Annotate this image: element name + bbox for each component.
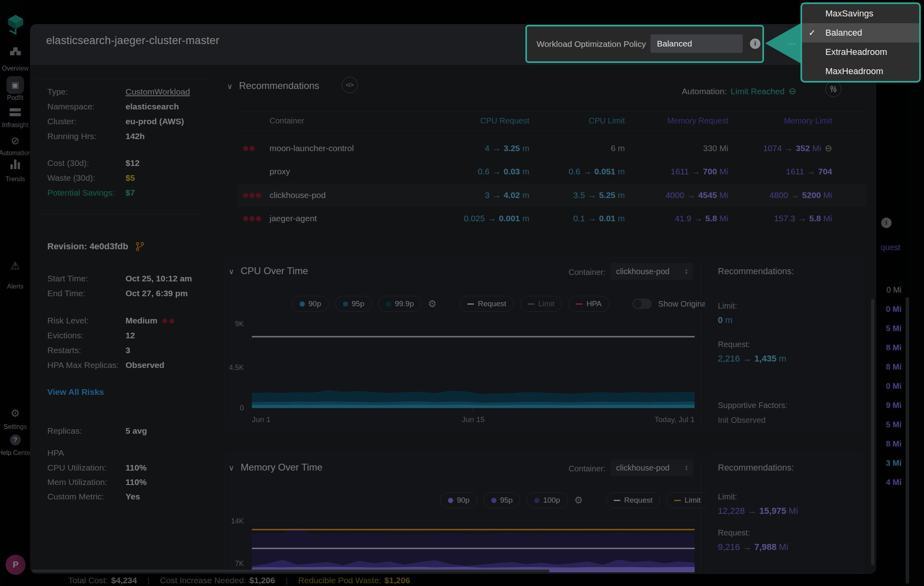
- info-icon[interactable]: i: [750, 38, 760, 49]
- policy-option-balanced[interactable]: ✓Balanced: [802, 23, 919, 42]
- screen: Overview▣PodfitInfrasight⊘AutomationTren…: [0, 0, 924, 586]
- policy-option-maxheadroom[interactable]: MaxHeadroom: [802, 62, 919, 81]
- policy-select[interactable]: Balanced: [650, 34, 743, 53]
- popover-arrow: [765, 22, 802, 64]
- policy-dropdown-menu: MaxSavings✓BalancedExtraHeadroomMaxHeadr…: [800, 2, 921, 83]
- policy-label: Workload Optimization Policy: [537, 26, 646, 61]
- dim-overlay: [0, 0, 924, 586]
- check-icon: ✓: [808, 28, 816, 38]
- policy-option-maxsavings[interactable]: MaxSavings: [802, 4, 919, 23]
- workload-optimization-policy-control: Workload Optimization Policy Balanced i: [525, 25, 764, 63]
- policy-option-extraheadroom[interactable]: ExtraHeadroom: [802, 42, 919, 62]
